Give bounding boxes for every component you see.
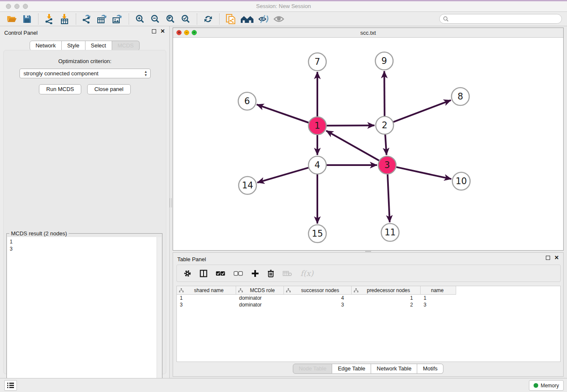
import-network-button[interactable]: [43, 13, 56, 25]
app-titlebar: Session: New Session: [0, 0, 567, 12]
export-table-button[interactable]: [96, 13, 109, 25]
delete-row-trash-icon[interactable]: [267, 270, 274, 277]
mcds-result-area[interactable]: 1 3: [7, 237, 162, 391]
tab-node-table[interactable]: Node Table: [293, 364, 333, 374]
table-row[interactable]: 3dominator323: [177, 301, 560, 308]
table-cell[interactable]: 1: [421, 295, 456, 301]
optimization-label: Optimization criterion:: [4, 58, 166, 64]
toolbar-separator: [219, 14, 220, 25]
tab-network-table[interactable]: Network Table: [371, 364, 417, 374]
table-cell[interactable]: 1: [177, 295, 236, 301]
tab-select[interactable]: Select: [85, 41, 112, 51]
column-header-name[interactable]: name: [421, 286, 456, 295]
zoom-fit-button[interactable]: [164, 13, 177, 25]
result-scrollbar[interactable]: [157, 237, 162, 391]
delete-table-icon: [283, 271, 292, 276]
graph-node-1[interactable]: 1: [308, 117, 326, 135]
svg-text:11: 11: [385, 227, 396, 237]
column-header-shared-name[interactable]: shared name: [177, 286, 236, 295]
refresh-view-button[interactable]: [202, 13, 215, 25]
column-header-successor-nodes[interactable]: successor nodes: [284, 286, 352, 295]
table-cell[interactable]: dominator: [236, 295, 284, 301]
node-table[interactable]: shared nameMCDS rolesuccessor nodesprede…: [176, 286, 561, 362]
toolbar-separator: [76, 14, 76, 25]
save-session-button[interactable]: [21, 13, 33, 25]
zoom-out-button[interactable]: [149, 13, 162, 25]
close-panel-icon[interactable]: ✕: [160, 29, 165, 33]
refresh-icon: [204, 14, 213, 24]
search-icon: [443, 16, 449, 22]
show-columns-icon[interactable]: [200, 270, 207, 277]
graph-node-2[interactable]: 2: [376, 116, 394, 134]
memory-status-icon: [534, 383, 538, 388]
column-header-predecessor-nodes[interactable]: predecessor nodes: [352, 286, 421, 295]
tab-motifs[interactable]: Motifs: [417, 364, 443, 374]
column-header-MCDS-role[interactable]: MCDS role: [236, 286, 284, 295]
svg-text:1: 1: [314, 121, 320, 131]
close-table-panel-icon[interactable]: ✕: [554, 256, 559, 260]
mcds-result-group: MCDS result (2 nodes) 1 3: [6, 233, 162, 392]
hide-selected-button[interactable]: [257, 13, 270, 25]
graph-node-9[interactable]: 9: [375, 52, 393, 70]
export-network-button[interactable]: [81, 13, 94, 25]
graph-node-14[interactable]: 14: [239, 177, 256, 194]
table-cell[interactable]: 3: [421, 301, 456, 308]
zoom-in-button[interactable]: [134, 13, 146, 25]
graph-node-6[interactable]: 6: [238, 92, 256, 110]
table-cell[interactable]: 3: [177, 301, 236, 308]
svg-text:15: 15: [312, 229, 323, 239]
open-file-button[interactable]: [6, 13, 18, 25]
table-cell[interactable]: 2: [352, 301, 421, 308]
select-all-icon[interactable]: [216, 271, 225, 276]
memory-button[interactable]: Memory: [529, 380, 564, 391]
network-graph[interactable]: 7968124314101511: [173, 38, 563, 250]
graph-node-8[interactable]: 8: [451, 88, 469, 105]
graph-node-3[interactable]: 3: [378, 156, 396, 174]
graph-node-4[interactable]: 4: [308, 156, 326, 174]
clone-network-icon: [226, 14, 236, 25]
zoom-fit-icon: [166, 14, 175, 24]
search-input[interactable]: [451, 16, 561, 22]
graph-node-15[interactable]: 15: [308, 225, 326, 243]
svg-text:8: 8: [457, 91, 463, 102]
add-row-icon[interactable]: [251, 270, 259, 277]
task-history-button[interactable]: [4, 380, 17, 391]
deselect-all-icon[interactable]: [234, 271, 243, 276]
close-panel-button[interactable]: Close panel: [87, 84, 131, 94]
table-cell[interactable]: 3: [284, 301, 352, 308]
toolbar-separator: [197, 14, 197, 25]
show-all-button[interactable]: [272, 13, 285, 25]
export-table-icon: [97, 14, 107, 24]
tab-mcds[interactable]: MCDS: [112, 41, 140, 51]
vertical-splitter-handle[interactable]: [170, 198, 172, 207]
svg-text:9: 9: [381, 56, 387, 66]
table-cell[interactable]: 1: [352, 295, 421, 301]
settings-gear-icon[interactable]: [184, 270, 191, 277]
tab-edge-table[interactable]: Edge Table: [332, 364, 371, 374]
import-table-button[interactable]: [58, 13, 71, 25]
float-table-panel-icon[interactable]: [546, 256, 550, 260]
network-view-title: scc.txt: [173, 30, 563, 36]
svg-text:4: 4: [314, 160, 320, 170]
tab-network[interactable]: Network: [30, 41, 62, 51]
first-neighbors-button[interactable]: [239, 13, 255, 25]
status-bar: Memory: [0, 378, 567, 392]
float-panel-icon[interactable]: [152, 29, 156, 33]
window-title: Session: New Session: [0, 3, 567, 9]
export-image-button[interactable]: [111, 13, 124, 25]
graph-node-10[interactable]: 10: [452, 172, 470, 190]
zoom-in-icon: [135, 14, 145, 24]
graph-node-11[interactable]: 11: [381, 224, 399, 241]
clone-network-button[interactable]: [224, 13, 237, 25]
zoom-selected-button[interactable]: [179, 13, 192, 25]
graph-node-7[interactable]: 7: [308, 53, 326, 71]
table-cell[interactable]: dominator: [236, 301, 284, 308]
table-cell[interactable]: 4: [284, 295, 352, 301]
tab-style[interactable]: Style: [62, 41, 85, 51]
run-mcds-button[interactable]: Run MCDS: [39, 84, 81, 94]
criterion-dropdown[interactable]: strongly connected component ▲▼: [19, 69, 151, 78]
table-row[interactable]: 1dominator411: [177, 295, 560, 301]
mcds-result-title: MCDS result (2 nodes): [9, 230, 69, 237]
network-window-titlebar[interactable]: ✕ − + scc.txt: [173, 28, 563, 38]
table-toolbar: f(x): [176, 265, 561, 282]
